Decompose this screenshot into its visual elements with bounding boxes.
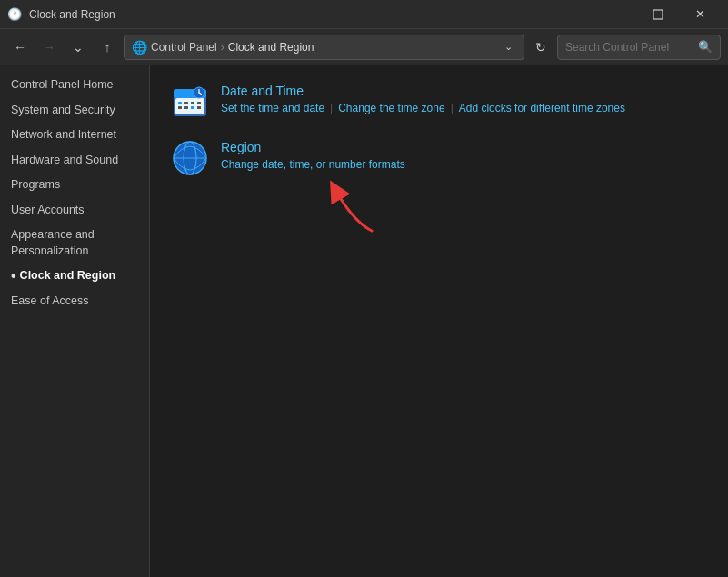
search-input[interactable] xyxy=(565,41,694,54)
sidebar-item-programs[interactable]: Programs xyxy=(0,173,149,198)
refresh-button[interactable]: ↻ xyxy=(528,35,553,60)
breadcrumb-dropdown[interactable]: ⌄ xyxy=(501,39,516,55)
svg-rect-11 xyxy=(197,106,201,109)
breadcrumb-separator: › xyxy=(221,41,224,54)
title-bar-controls: — ✕ xyxy=(595,0,721,29)
search-icon: 🔍 xyxy=(698,40,713,54)
region-title[interactable]: Region xyxy=(221,140,405,154)
up-button[interactable]: ↑ xyxy=(95,35,120,60)
sidebar-item-network-and-internet[interactable]: Network and Internet xyxy=(0,123,149,148)
breadcrumb-bar: 🌐 Control Panel › Clock and Region ⌄ xyxy=(124,35,524,60)
date-and-time-links: Set the time and date | Change the time … xyxy=(221,102,625,114)
window-title: Clock and Region xyxy=(29,8,115,21)
change-timezone-link[interactable]: Change the time zone xyxy=(338,102,444,114)
forward-button[interactable]: → xyxy=(36,35,62,60)
set-time-link[interactable]: Set the time and date xyxy=(221,102,324,114)
arrow-annotation xyxy=(317,176,390,243)
svg-rect-7 xyxy=(197,102,201,104)
region-links: Change date, time, or number formats xyxy=(221,158,405,171)
breadcrumb-root[interactable]: Control Panel xyxy=(151,41,217,54)
main-layout: Control Panel Home System and Security N… xyxy=(0,65,728,577)
close-button[interactable]: ✕ xyxy=(679,0,721,29)
svg-rect-4 xyxy=(178,102,182,104)
sidebar-item-appearance-and-personalization[interactable]: Appearance and Personalization xyxy=(0,223,149,264)
region-section: Region Change date, time, or number form… xyxy=(172,140,706,176)
svg-rect-9 xyxy=(184,106,188,109)
title-bar-left: 🕐 Clock and Region xyxy=(7,7,115,22)
svg-rect-0 xyxy=(653,10,663,19)
svg-rect-8 xyxy=(178,106,182,109)
date-and-time-icon xyxy=(172,84,208,120)
content-area: Date and Time Set the time and date | Ch… xyxy=(150,65,728,577)
title-bar: 🕐 Clock and Region — ✕ xyxy=(0,0,728,29)
sidebar-item-control-panel-home[interactable]: Control Panel Home xyxy=(0,73,149,98)
active-bullet-icon: • xyxy=(11,269,16,284)
back-button[interactable]: ← xyxy=(7,35,33,60)
svg-rect-5 xyxy=(184,102,188,104)
add-clocks-link[interactable]: Add clocks for different time zones xyxy=(459,102,625,114)
minimize-button[interactable]: — xyxy=(595,0,637,29)
sidebar-item-user-accounts[interactable]: User Accounts xyxy=(0,198,149,224)
sidebar-item-hardware-and-sound[interactable]: Hardware and Sound xyxy=(0,148,149,174)
change-formats-link[interactable]: Change date, time, or number formats xyxy=(221,158,405,171)
region-info: Region Change date, time, or number form… xyxy=(221,140,405,171)
date-and-time-title[interactable]: Date and Time xyxy=(221,84,625,98)
search-bar: 🔍 xyxy=(557,35,721,60)
breadcrumb-current: Clock and Region xyxy=(228,41,314,54)
sidebar-item-system-and-security[interactable]: System and Security xyxy=(0,98,149,124)
sidebar: Control Panel Home System and Security N… xyxy=(0,65,150,577)
date-and-time-section: Date and Time Set the time and date | Ch… xyxy=(172,84,706,120)
globe-icon: 🌐 xyxy=(132,40,147,55)
maximize-button[interactable] xyxy=(637,0,679,29)
svg-rect-10 xyxy=(191,106,194,109)
date-and-time-info: Date and Time Set the time and date | Ch… xyxy=(221,84,625,114)
sidebar-item-clock-and-region[interactable]: • Clock and Region xyxy=(0,264,149,289)
recent-button[interactable]: ⌄ xyxy=(65,35,91,60)
region-icon xyxy=(172,140,208,176)
svg-rect-6 xyxy=(191,102,194,104)
address-bar: ← → ⌄ ↑ 🌐 Control Panel › Clock and Regi… xyxy=(0,29,728,65)
window-icon: 🕐 xyxy=(7,7,22,22)
sidebar-item-ease-of-access[interactable]: Ease of Access xyxy=(0,289,149,314)
